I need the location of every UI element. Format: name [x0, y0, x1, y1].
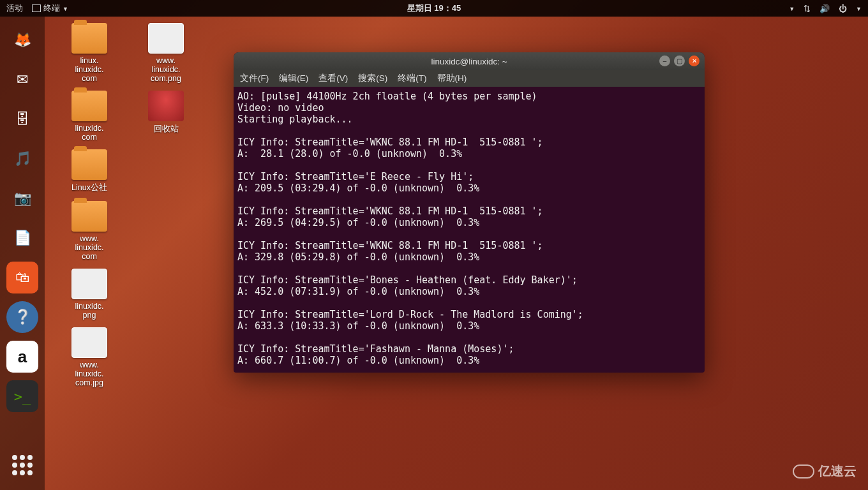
- terminal-icon: [32, 4, 41, 12]
- desktop-icon-label: www. linuxidc. com.jpg: [57, 360, 121, 387]
- desktop-icon[interactable]: www. linuxidc. com.png: [134, 23, 198, 83]
- desktop-icon[interactable]: linuxidc. png: [57, 269, 121, 320]
- activities-button[interactable]: 活动: [6, 3, 23, 14]
- show-applications-button[interactable]: [6, 449, 38, 481]
- desktop-icon-label: 回收站: [134, 124, 198, 135]
- active-app-label: 终端: [43, 3, 60, 14]
- minimize-button[interactable]: –: [659, 56, 670, 66]
- image-thumbnail-icon: [71, 327, 107, 358]
- desktop-icon-label: linux. linuxidc. com: [57, 56, 121, 83]
- desktop[interactable]: linux. linuxidc. comlinuxidc. comLinux公社…: [45, 17, 868, 490]
- desktop-icon[interactable]: www. linuxidc. com: [57, 201, 121, 261]
- folder-icon: [71, 91, 107, 121]
- rhythmbox-icon[interactable]: 🎵: [6, 143, 38, 175]
- desktop-icon-label: www. linuxidc. com.png: [134, 56, 198, 83]
- cloud-icon: [793, 464, 814, 479]
- menu-item[interactable]: 帮助(H): [437, 73, 467, 84]
- chevron-down-icon[interactable]: ▼: [856, 6, 862, 12]
- clock[interactable]: 星期日 19：45: [407, 3, 461, 14]
- desktop-icon-label: www. linuxidc. com: [57, 234, 121, 261]
- window-titlebar[interactable]: linuxidc@linuxidc: ~ – ▢ ✕: [234, 52, 705, 70]
- chevron-down-icon: ▼: [63, 6, 68, 12]
- menu-item[interactable]: 查看(V): [318, 73, 348, 84]
- desktop-icon-label: Linux公社: [57, 182, 121, 193]
- menu-item[interactable]: 终端(T): [398, 73, 426, 84]
- image-thumbnail-icon: [148, 23, 184, 54]
- files-icon[interactable]: 🗄: [6, 103, 38, 135]
- thunderbird-icon[interactable]: ✉: [6, 64, 38, 96]
- volume-icon[interactable]: 🔊: [819, 4, 830, 13]
- terminal-menubar: 文件(F)编辑(E)查看(V)搜索(S)终端(T)帮助(H): [234, 70, 705, 87]
- terminal-window[interactable]: linuxidc@linuxidc: ~ – ▢ ✕ 文件(F)编辑(E)查看(…: [234, 52, 705, 373]
- desktop-icon[interactable]: www. linuxidc. com.jpg: [57, 327, 121, 387]
- folder-icon: [71, 149, 107, 180]
- image-thumbnail-icon: [71, 269, 107, 299]
- libreoffice-writer-icon[interactable]: 📄: [6, 222, 38, 254]
- menu-item[interactable]: 文件(F): [240, 73, 269, 84]
- terminal-output[interactable]: AO: [pulse] 44100Hz 2ch floatle (4 bytes…: [234, 87, 705, 373]
- amazon-icon[interactable]: a: [6, 341, 38, 373]
- desktop-icon[interactable]: 回收站: [134, 91, 198, 135]
- terminal-icon[interactable]: >_: [6, 380, 38, 412]
- chevron-down-icon[interactable]: ▼: [789, 6, 795, 12]
- desktop-icon[interactable]: Linux公社: [57, 149, 121, 193]
- software-icon[interactable]: 🛍: [6, 262, 38, 293]
- help-icon[interactable]: ❔: [6, 301, 38, 333]
- network-icon[interactable]: ⇅: [804, 4, 811, 13]
- folder-icon: [71, 201, 107, 232]
- launcher-dock: 🦊✉🗄🎵📷📄🛍❔a>_: [0, 17, 45, 490]
- folder-icon: [71, 23, 107, 54]
- desktop-icon-label: linuxidc. com: [57, 124, 121, 142]
- top-panel: 活动 终端 ▼ 星期日 19：45 ▼ ⇅ 🔊 ⏻ ▼: [0, 0, 868, 17]
- menu-item[interactable]: 搜索(S): [358, 73, 387, 84]
- desktop-icon-label: linuxidc. png: [57, 302, 121, 320]
- photos-icon[interactable]: 📷: [6, 182, 38, 214]
- trash-icon: [148, 91, 184, 121]
- active-app-menu[interactable]: 终端 ▼: [32, 3, 68, 14]
- firefox-icon[interactable]: 🦊: [6, 24, 38, 56]
- maximize-button[interactable]: ▢: [674, 56, 685, 66]
- window-title: linuxidc@linuxidc: ~: [431, 57, 507, 66]
- close-button[interactable]: ✕: [689, 56, 700, 66]
- power-icon[interactable]: ⏻: [839, 4, 847, 13]
- menu-item[interactable]: 编辑(E): [279, 73, 308, 84]
- desktop-icon[interactable]: linuxidc. com: [57, 91, 121, 142]
- watermark-text: 亿速云: [818, 463, 857, 480]
- desktop-icon[interactable]: linux. linuxidc. com: [57, 23, 121, 83]
- watermark: 亿速云: [793, 463, 857, 480]
